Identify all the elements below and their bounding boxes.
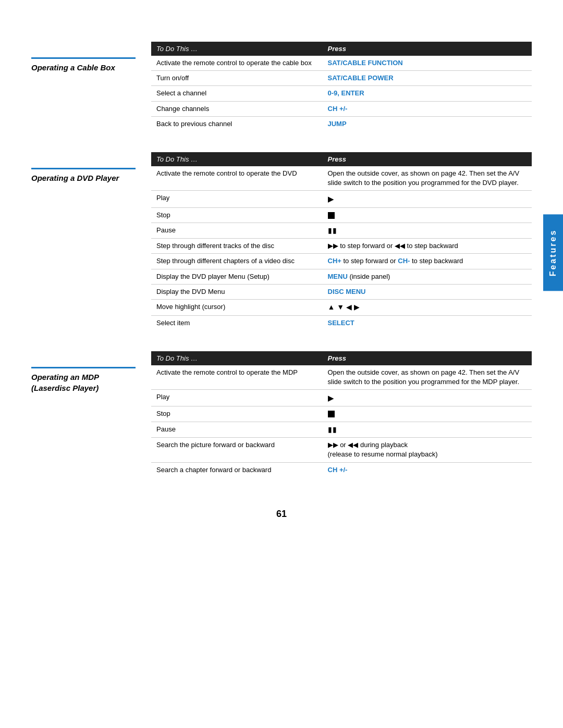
features-tab-label: Features — [543, 214, 563, 291]
cursor-arrows-icon: ▲ ▼ ◀ ▶ — [328, 303, 360, 311]
table-cell-todo: Search a chapter forward or backward — [151, 462, 323, 477]
fast-forward-icon: ▶▶ — [328, 441, 338, 449]
dvd-col-todo: To Do This … — [151, 152, 323, 166]
ch-minus-dvd-link: CH- — [398, 257, 410, 265]
cable-box-title: Operating a Cable Box — [31, 57, 136, 73]
fast-forward-icon: ▶▶ — [328, 242, 338, 250]
table-cell-todo: Change channels — [151, 101, 323, 116]
table-cell-press: JUMP — [323, 116, 532, 131]
table-cell-press: Open the outside cover, as shown on page… — [323, 365, 532, 390]
table-row: Step through different chapters of a vid… — [151, 254, 532, 269]
cable-box-col-todo: To Do This … — [151, 42, 323, 56]
table-row: Pause ▮▮ — [151, 422, 532, 438]
dvd-table-header: To Do This … Press — [151, 152, 532, 166]
sat-cable-function-link: SAT/CABLE FUNCTION — [328, 59, 403, 67]
ff-label: to step forward or — [340, 242, 395, 250]
stop-icon — [328, 411, 335, 417]
ch-plus-minus-mdp-link: CH +/- — [328, 466, 348, 474]
table-cell-press — [323, 207, 532, 223]
table-row: Turn on/off SAT/CABLE POWER — [151, 71, 532, 86]
table-cell-todo: Pause — [151, 422, 323, 438]
table-row: Search a chapter forward or backward CH … — [151, 462, 532, 477]
table-cell-todo: Select item — [151, 315, 323, 330]
dvd-player-title-col: Operating a DVD Player — [31, 152, 136, 330]
table-row: Select item SELECT — [151, 315, 532, 330]
table-cell-todo: Back to previous channel — [151, 116, 323, 131]
mdp-table: To Do This … Press Activate the remote c… — [151, 351, 532, 477]
table-row: Change channels CH +/- — [151, 101, 532, 116]
table-row: Step through different tracks of the dis… — [151, 239, 532, 254]
table-row: Stop — [151, 406, 532, 422]
table-cell-press: ▮▮ — [323, 422, 532, 438]
page-number: 61 — [31, 509, 532, 520]
table-cell-press: SAT/CABLE FUNCTION — [323, 56, 532, 71]
mdp-content: To Do This … Press Activate the remote c… — [151, 351, 532, 477]
table-row: Stop — [151, 207, 532, 223]
table-cell-press: SAT/CABLE POWER — [323, 71, 532, 86]
sat-cable-power-link: SAT/CABLE POWER — [328, 74, 394, 82]
page-container: Features Operating a Cable Box To Do Thi… — [0, 0, 563, 561]
mdp-title-col: Operating an MDP (Laserdisc Player) — [31, 351, 136, 477]
table-cell-todo: Activate the remote control to operate t… — [151, 56, 323, 71]
table-cell-press: ▶▶ or ◀◀ during playback(release to resu… — [323, 438, 532, 462]
disc-menu-link: DISC MENU — [328, 288, 366, 295]
cable-box-table-header: To Do This … Press — [151, 42, 532, 56]
table-cell-press: ▲ ▼ ◀ ▶ — [323, 300, 532, 316]
dvd-player-title: Operating a DVD Player — [31, 168, 136, 183]
rew-label: to step backward — [407, 242, 458, 250]
features-tab: Features — [543, 214, 563, 291]
dvd-col-press: Press — [323, 152, 532, 166]
table-cell-todo: Step through different tracks of the dis… — [151, 239, 323, 254]
table-cell-press: ▶ — [323, 191, 532, 207]
table-cell-todo: Play — [151, 191, 323, 207]
table-cell-todo: Search the picture forward or backward — [151, 438, 323, 462]
table-row: Activate the remote control to operate t… — [151, 365, 532, 390]
table-cell-todo: Move highlight (cursor) — [151, 300, 323, 316]
cable-box-title-col: Operating a Cable Box — [31, 42, 136, 131]
select-link: SELECT — [328, 319, 354, 327]
cable-box-col-press: Press — [323, 42, 532, 56]
table-cell-todo: Stop — [151, 406, 323, 422]
jump-link: JUMP — [328, 120, 347, 128]
table-cell-todo: Turn on/off — [151, 71, 323, 86]
table-row: Move highlight (cursor) ▲ ▼ ◀ ▶ — [151, 300, 532, 316]
pause-icon: ▮▮ — [328, 425, 337, 434]
table-cell-press: MENU (inside panel) — [323, 269, 532, 284]
table-cell-todo: Stop — [151, 207, 323, 223]
table-cell-press: 0-9, ENTER — [323, 86, 532, 101]
dvd-player-table: To Do This … Press Activate the remote c… — [151, 152, 532, 330]
table-cell-press: CH+ to step forward or CH- to step backw… — [323, 254, 532, 269]
cable-box-content: To Do This … Press Activate the remote c… — [151, 42, 532, 131]
rewind-icon: ◀◀ — [395, 242, 405, 250]
table-row: Display the DVD Menu DISC MENU — [151, 284, 532, 299]
table-row: Activate the remote control to operate t… — [151, 166, 532, 191]
table-cell-press: SELECT — [323, 315, 532, 330]
menu-link: MENU — [328, 273, 348, 280]
table-cell-press: Open the outside cover, as shown on page… — [323, 166, 532, 191]
cable-box-section: Operating a Cable Box To Do This … Press… — [31, 42, 532, 131]
table-row: Pause ▮▮ — [151, 223, 532, 239]
table-cell-press: CH +/- — [323, 101, 532, 116]
mdp-section: Operating an MDP (Laserdisc Player) To D… — [31, 351, 532, 477]
table-cell-todo: Select a channel — [151, 86, 323, 101]
table-cell-press: ▮▮ — [323, 223, 532, 239]
stop-icon — [328, 212, 335, 219]
mdp-title: Operating an MDP (Laserdisc Player) — [31, 367, 136, 393]
dvd-player-section: Operating a DVD Player To Do This … Pres… — [31, 152, 532, 330]
table-cell-todo: Display the DVD player Menu (Setup) — [151, 269, 323, 284]
table-cell-press: ▶▶ to step forward or ◀◀ to step backwar… — [323, 239, 532, 254]
table-cell-press: CH +/- — [323, 462, 532, 477]
table-cell-press: ▶ — [323, 390, 532, 406]
pause-icon: ▮▮ — [328, 226, 337, 235]
ch-plus-dvd-link: CH+ — [328, 257, 341, 265]
table-cell-todo: Step through different chapters of a vid… — [151, 254, 323, 269]
table-cell-todo: Pause — [151, 223, 323, 239]
table-row: Display the DVD player Menu (Setup) MENU… — [151, 269, 532, 284]
table-row: Select a channel 0-9, ENTER — [151, 86, 532, 101]
table-cell-todo: Activate the remote control to operate t… — [151, 166, 323, 191]
table-cell-todo: Display the DVD Menu — [151, 284, 323, 299]
table-cell-todo: Activate the remote control to operate t… — [151, 365, 323, 390]
table-cell-press: DISC MENU — [323, 284, 532, 299]
0-9-enter-link: 0-9, ENTER — [328, 89, 364, 97]
mdp-col-todo: To Do This … — [151, 351, 323, 365]
